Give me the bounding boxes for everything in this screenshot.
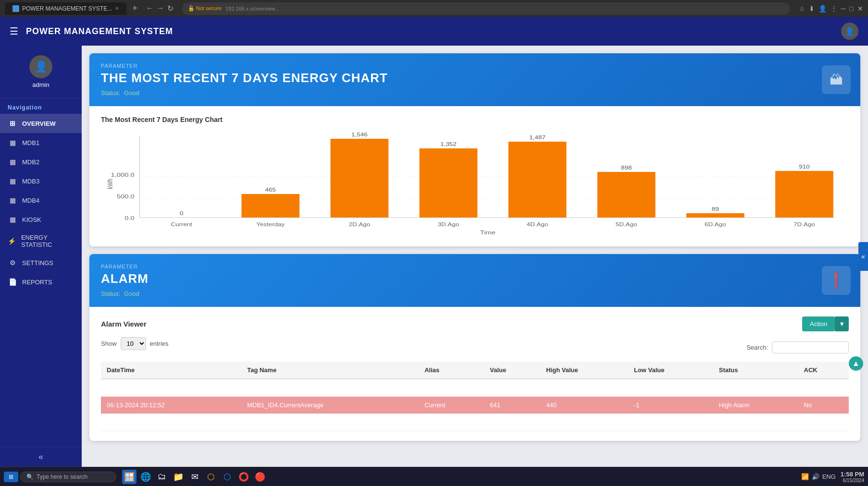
browser-right-controls: ☆ ⬇ 👤 ⋮ ─ □ ✕ xyxy=(799,5,863,12)
sidebar-item-label-energy: ENERGY STATISTIC xyxy=(21,234,74,248)
svg-text:1,487: 1,487 xyxy=(529,135,546,141)
mdb2-icon: ▦ xyxy=(8,157,17,167)
table-row[interactable]: 06-13-2024 14:05:20 MDB1_ID4.CurrentAver… xyxy=(101,414,849,431)
taskbar-app-chrome[interactable]: 🌐 xyxy=(138,470,153,484)
alarm-status-value: Good xyxy=(124,290,139,297)
energy-chart-card: Parameter THE MOST RECENT 7 DAYS ENERGY … xyxy=(89,53,860,246)
svg-text:465: 465 xyxy=(265,187,276,193)
taskbar-start-btn[interactable]: ⊞ xyxy=(4,472,18,482)
action-button[interactable]: Action xyxy=(802,316,835,331)
search-icon: 🔍 xyxy=(26,474,34,480)
refresh-btn[interactable]: ↻ xyxy=(167,4,174,13)
show-entries: Show 10 25 50 entries xyxy=(101,337,169,350)
table-row[interactable]: 06-13-2024 20:12:55 MDB1_ID4.CurrentAver… xyxy=(101,379,849,397)
table-row[interactable]: 06-13-2024 20:12:52 MDB1_ID4.CurrentAver… xyxy=(101,397,849,414)
sidebar-collapse-btn[interactable]: « xyxy=(0,447,82,467)
sidebar-item-label-settings: SETTINGS xyxy=(22,259,53,267)
cell-alias: Current xyxy=(419,414,484,431)
minimize-btn[interactable]: ─ xyxy=(841,5,846,12)
hamburger-menu[interactable]: ☰ xyxy=(10,25,18,37)
alarm-title: ALARM xyxy=(101,271,849,286)
energy-chart-icon: 🏔 xyxy=(822,65,851,94)
sidebar-item-reports[interactable]: 📄 REPORTS xyxy=(0,272,82,292)
cell-status: Normal xyxy=(713,414,798,431)
sidebar-item-mdb4[interactable]: ▦ MDB4 xyxy=(0,191,82,210)
alarm-param-label: Parameter xyxy=(101,264,849,269)
col-tagname: Tag Name xyxy=(241,362,419,379)
content-area: scada DIGITAL TRANSFORMATION Parameter T… xyxy=(82,46,868,467)
app-bar: ☰ POWER MANAGEMENT SYSTEM 👤 xyxy=(0,17,868,46)
sidebar-item-mdb2[interactable]: ▦ MDB2 xyxy=(0,152,82,171)
taskbar-app-mail[interactable]: ✉ xyxy=(187,470,202,484)
taskbar-app-folder[interactable]: 📁 xyxy=(171,470,186,484)
svg-rect-29 xyxy=(775,171,833,218)
cell-value: 148 xyxy=(484,414,540,431)
cell-value: 98 xyxy=(484,379,540,397)
taskbar-app-circle[interactable]: ⭕ xyxy=(236,470,251,484)
taskbar-app-explorer[interactable]: 🪟 xyxy=(122,470,136,484)
nav-section-label: Navigation xyxy=(0,98,82,114)
sidebar-item-settings[interactable]: ⚙ SETTINGS xyxy=(0,253,82,272)
app-user-icon[interactable]: 👤 xyxy=(841,23,858,40)
svg-text:5D.Ago: 5D.Ago xyxy=(616,222,637,228)
sidebar-item-mdb3[interactable]: ▦ MDB3 xyxy=(0,171,82,191)
tab-close[interactable]: ✕ xyxy=(115,6,119,11)
entries-label: entries xyxy=(150,340,169,347)
taskbar-app-orange[interactable]: ⬡ xyxy=(204,470,218,484)
close-btn[interactable]: ✕ xyxy=(857,5,863,12)
taskbar-app-red[interactable]: 🔴 xyxy=(253,470,267,484)
bookmark-icon[interactable]: ☆ xyxy=(799,5,805,12)
forward-btn[interactable]: → xyxy=(157,4,164,13)
col-datetime: DateTime xyxy=(101,362,241,379)
cell-lowvalue: -1 xyxy=(628,379,713,397)
tab-icon xyxy=(12,5,19,12)
address-bar[interactable]: 🔓 Not secure 192.168.x.x/overview... xyxy=(182,2,790,15)
taskbar-search[interactable]: 🔍 Type here to search xyxy=(20,472,116,482)
col-status: Status xyxy=(713,362,798,379)
new-tab-btn[interactable]: + xyxy=(132,3,137,13)
sidebar-item-mdb1[interactable]: ▦ MDB1 xyxy=(0,133,82,152)
mdb1-icon: ▦ xyxy=(8,138,17,147)
browser-nav-controls: ← → ↻ xyxy=(146,4,174,13)
cell-datetime: 06-13-2024 20:12:52 xyxy=(101,397,241,414)
sidebar-item-label-mdb1: MDB1 xyxy=(22,139,39,146)
entries-select[interactable]: 10 25 50 xyxy=(121,337,146,350)
chart-section: The Most Recent 7 Days Energy Chart 0.0 … xyxy=(89,106,860,246)
cell-ack: No xyxy=(798,414,849,431)
app-title: POWER MANAGEMENT SYSTEM xyxy=(26,26,833,36)
alarm-viewer-header: Alarm Viewer Action ▼ xyxy=(101,316,849,331)
browser-tab[interactable]: POWER MANAGEMENT SYSTE... ✕ xyxy=(5,2,126,15)
download-icon[interactable]: ⬇ xyxy=(809,5,815,12)
menu-icon[interactable]: ⋮ xyxy=(831,5,837,12)
alarm-table-body: 06-13-2024 20:12:55 MDB1_ID4.CurrentAver… xyxy=(101,379,849,431)
network-icon: 📶 xyxy=(801,473,809,480)
col-highvalue: High Value xyxy=(540,362,628,379)
sidebar-item-kiosk[interactable]: ▦ KIOSK xyxy=(0,210,82,229)
energy-chart-status: Status: Good xyxy=(101,89,849,97)
energy-status-label: Status: xyxy=(101,89,120,97)
col-lowvalue: Low Value xyxy=(628,362,713,379)
maximize-btn[interactable]: □ xyxy=(850,5,854,12)
cell-lowvalue: -1 xyxy=(628,414,713,431)
cell-tagname: MDB1_ID4.CurrentAverage xyxy=(241,414,419,431)
back-btn[interactable]: ← xyxy=(146,4,154,13)
scroll-up-btn[interactable]: ▲ xyxy=(849,356,863,371)
search-input[interactable] xyxy=(772,341,849,353)
taskbar-app-files[interactable]: 🗂 xyxy=(155,470,169,484)
reports-icon: 📄 xyxy=(8,277,17,287)
svg-rect-17 xyxy=(420,148,478,218)
alarm-status-label: Status: xyxy=(101,290,120,297)
right-collapse-btn[interactable]: « xyxy=(858,242,868,271)
col-ack: ACK xyxy=(798,362,849,379)
cell-status: Normal xyxy=(713,379,798,397)
taskbar-apps: 🪟 🌐 🗂 📁 ✉ ⬡ ⬡ ⭕ 🔴 xyxy=(122,470,267,484)
sidebar-item-energy-statistic[interactable]: ⚡ ENERGY STATISTIC xyxy=(0,229,82,253)
profile-icon[interactable]: 👤 xyxy=(818,5,827,12)
avatar: 👤 xyxy=(29,55,52,78)
energy-status-value: Good xyxy=(124,89,139,97)
alarm-header: Parameter ALARM Status: Good ❗ xyxy=(89,254,860,307)
taskbar-app-blue[interactable]: ⬡ xyxy=(220,470,235,484)
action-dropdown-btn[interactable]: ▼ xyxy=(835,316,849,331)
sidebar-item-overview[interactable]: ⊞ OVERVIEW xyxy=(0,114,82,133)
cell-tagname: MDB1_ID4.CurrentAverage xyxy=(241,397,419,414)
